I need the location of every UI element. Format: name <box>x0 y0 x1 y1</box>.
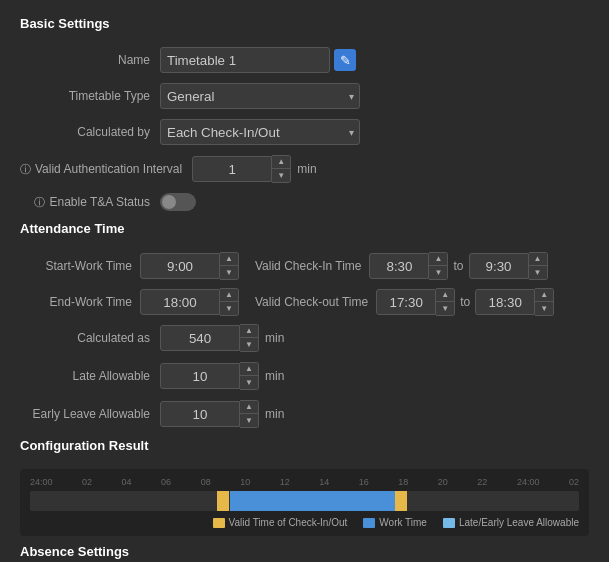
late-allowable-row: Late Allowable ▲ ▼ min <box>20 362 589 390</box>
absence-settings-title: Absence Settings <box>20 544 589 562</box>
name-edit-button[interactable]: ✎ <box>334 49 356 71</box>
enable-ta-label: Enable T&A Status <box>49 195 150 209</box>
absence-settings-section: Absence Settings <box>20 544 589 562</box>
name-label: Name <box>20 53 160 67</box>
timetable-type-select[interactable]: General Flexible Custom <box>160 83 360 109</box>
timeline-legend: Valid Time of Check-In/Out Work Time Lat… <box>30 517 579 528</box>
late-allowable-unit: min <box>265 369 284 383</box>
attendance-time-title: Attendance Time <box>20 221 589 240</box>
late-allowable-down[interactable]: ▼ <box>240 376 258 389</box>
valid-auth-label: Valid Authentication Interval <box>35 162 182 176</box>
valid-checkout-from-up[interactable]: ▲ <box>436 289 454 302</box>
calculated-by-row: Calculated by Each Check-In/Out First/La… <box>20 119 589 145</box>
early-leave-row: Early Leave Allowable ▲ ▼ min <box>20 400 589 428</box>
calculated-as-label: Calculated as <box>20 331 160 345</box>
attendance-row2: End-Work Time ▲ ▼ Valid Check-out Time ▲… <box>20 288 589 316</box>
timeline-checkin-bar <box>217 491 229 511</box>
timetable-type-row: Timetable Type General Flexible Custom <box>20 83 589 109</box>
legend-late-early: Late/Early Leave Allowable <box>443 517 579 528</box>
valid-checkin-to-input[interactable] <box>469 253 529 279</box>
early-leave-input[interactable] <box>160 401 240 427</box>
late-allowable-up[interactable]: ▲ <box>240 363 258 376</box>
config-result-title: Configuration Result <box>20 438 589 457</box>
early-leave-up[interactable]: ▲ <box>240 401 258 414</box>
valid-checkout-label: Valid Check-out Time <box>255 295 376 309</box>
toggle-slider <box>160 193 196 211</box>
name-row: Name ✎ <box>20 47 589 73</box>
checkin-to-label: to <box>453 259 463 273</box>
timeline-checkout-bar <box>395 491 407 511</box>
basic-settings-title: Basic Settings <box>20 16 589 35</box>
early-leave-unit: min <box>265 407 284 421</box>
valid-checkout-to-input[interactable] <box>475 289 535 315</box>
calculated-as-row: Calculated as ▲ ▼ min <box>20 324 589 352</box>
valid-checkin-from-up[interactable]: ▲ <box>429 253 447 266</box>
enable-ta-info-icon: ⓘ <box>34 195 45 210</box>
timeline-container: 24:00 02 04 06 08 10 12 14 16 18 20 22 2… <box>20 469 589 536</box>
start-work-label: Start-Work Time <box>20 259 140 273</box>
timeline-work-bar <box>230 491 395 511</box>
legend-valid-time: Valid Time of Check-In/Out <box>213 517 348 528</box>
timetable-type-label: Timetable Type <box>20 89 160 103</box>
enable-ta-toggle[interactable] <box>160 193 196 211</box>
start-work-down-button[interactable]: ▼ <box>220 266 238 279</box>
calculated-as-input[interactable] <box>160 325 240 351</box>
legend-lightblue-box <box>443 518 455 528</box>
late-allowable-input[interactable] <box>160 363 240 389</box>
timeline-labels: 24:00 02 04 06 08 10 12 14 16 18 20 22 2… <box>30 477 579 487</box>
name-input[interactable] <box>160 47 330 73</box>
legend-valid-time-label: Valid Time of Check-In/Out <box>229 517 348 528</box>
valid-checkout-from-down[interactable]: ▼ <box>436 302 454 315</box>
legend-late-early-label: Late/Early Leave Allowable <box>459 517 579 528</box>
calculated-as-down[interactable]: ▼ <box>240 338 258 351</box>
legend-blue-box <box>363 518 375 528</box>
legend-work-time-label: Work Time <box>379 517 427 528</box>
late-allowable-label: Late Allowable <box>20 369 160 383</box>
early-leave-down[interactable]: ▼ <box>240 414 258 427</box>
valid-checkin-to-down[interactable]: ▼ <box>529 266 547 279</box>
checkout-to-label: to <box>460 295 470 309</box>
valid-auth-input[interactable] <box>192 156 272 182</box>
legend-work-time: Work Time <box>363 517 427 528</box>
calculated-by-label: Calculated by <box>20 125 160 139</box>
valid-auth-up-button[interactable]: ▲ <box>272 156 290 169</box>
enable-ta-row: ⓘ Enable T&A Status <box>20 193 589 211</box>
valid-auth-unit: min <box>297 162 316 176</box>
attendance-row1: Start-Work Time ▲ ▼ Valid Check-In Time … <box>20 252 589 280</box>
start-work-up-button[interactable]: ▲ <box>220 253 238 266</box>
calculated-as-up[interactable]: ▲ <box>240 325 258 338</box>
valid-checkin-label: Valid Check-In Time <box>255 259 369 273</box>
end-work-down-button[interactable]: ▼ <box>220 302 238 315</box>
valid-checkout-from-input[interactable] <box>376 289 436 315</box>
end-work-up-button[interactable]: ▲ <box>220 289 238 302</box>
early-leave-label: Early Leave Allowable <box>20 407 160 421</box>
valid-checkin-to-up[interactable]: ▲ <box>529 253 547 266</box>
calculated-as-unit: min <box>265 331 284 345</box>
valid-checkin-from-input[interactable] <box>369 253 429 279</box>
legend-yellow-box <box>213 518 225 528</box>
valid-checkout-to-down[interactable]: ▼ <box>535 302 553 315</box>
valid-auth-down-button[interactable]: ▼ <box>272 169 290 182</box>
valid-checkin-from-down[interactable]: ▼ <box>429 266 447 279</box>
start-work-input[interactable] <box>140 253 220 279</box>
timeline-bar <box>30 491 579 511</box>
valid-auth-row: ⓘ Valid Authentication Interval ▲ ▼ min <box>20 155 589 183</box>
valid-checkout-to-up[interactable]: ▲ <box>535 289 553 302</box>
end-work-input[interactable] <box>140 289 220 315</box>
end-work-label: End-Work Time <box>20 295 140 309</box>
calculated-by-select[interactable]: Each Check-In/Out First/Last <box>160 119 360 145</box>
valid-auth-info-icon: ⓘ <box>20 162 31 177</box>
